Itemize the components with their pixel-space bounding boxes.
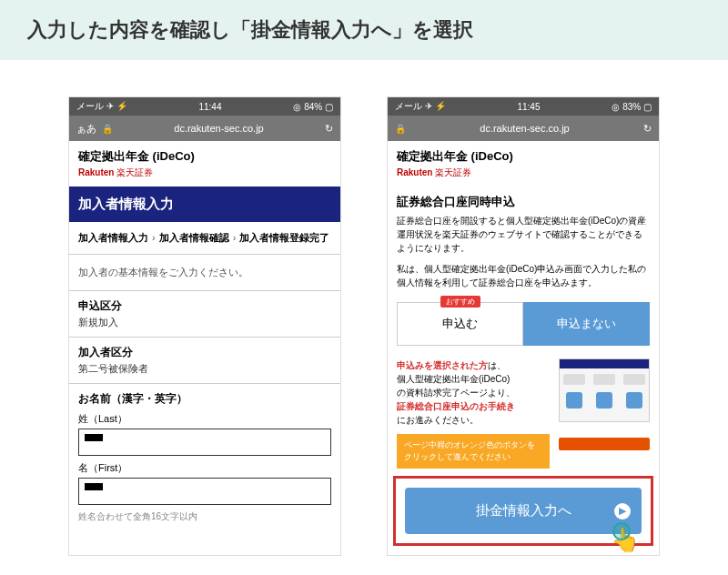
orange-tip: ページ中程のオレンジ色のボタンをクリックして進んでください (397, 434, 550, 469)
breadcrumb-step: 加入者情報登録完了 (239, 232, 329, 243)
choice-row: おすすめ 申込む 申込まない (388, 297, 659, 351)
chevron-right-icon: › (152, 232, 156, 243)
field-application-type: 申込区分 新規加入 (69, 290, 340, 337)
apply-button[interactable]: おすすめ 申込む (397, 302, 523, 346)
mini-orange-button (559, 438, 650, 450)
field-value: 新規加入 (78, 316, 331, 329)
description-text: 私は、個人型確定拠出年金(iDeCo)申込み画面で入力した私の個人情報を利用して… (388, 262, 659, 297)
phones-container: メール ✈ ⚡ 11:44 ◎ 84% ▢ ぁあ 🔒 dc.rakuten-se… (0, 60, 728, 575)
breadcrumb: 加入者情報入力›加入者情報確認›加入者情報登録完了 (69, 222, 340, 255)
first-name-input[interactable] (78, 478, 331, 505)
section-title: 証券総合口座同時申込 (388, 187, 659, 214)
battery-label: ◎ 83% ▢ (612, 102, 652, 112)
recommended-badge: おすすめ (440, 296, 480, 308)
refresh-icon[interactable]: ↻ (325, 123, 333, 135)
info-text: 申込みを選択された方は、 個人型確定拠出年金(iDeCo) の資料請求完了ページ… (397, 358, 551, 427)
page-title: 確定拠出年金 (iDeCo) (78, 148, 331, 165)
process-diagram (559, 358, 650, 422)
field-value: 第二号被保険者 (78, 362, 331, 376)
refresh-icon[interactable]: ↻ (643, 123, 652, 135)
page-title: 確定拠出年金 (iDeCo) (397, 148, 650, 165)
phone-right: メール ✈ ⚡ 11:45 ◎ 83% ▢ 🔒 dc.rakuten-sec.c… (387, 96, 660, 556)
info-row: 申込みを選択された方は、 個人型確定拠出年金(iDeCo) の資料請求完了ページ… (388, 351, 659, 434)
field-label: お名前（漢字・英字） (78, 391, 331, 407)
time-label: 11:44 (198, 102, 221, 112)
lock-icon: 🔒 (102, 124, 113, 134)
carrier-label: メール ✈ ⚡ (76, 100, 127, 113)
first-name-label: 名（First） (78, 461, 331, 475)
skip-button[interactable]: 申込まない (523, 302, 650, 346)
instruction-banner: 入力した内容を確認し「掛金情報入力へ」を選択 (0, 0, 728, 60)
battery-label: ◎ 84% ▢ (293, 102, 333, 112)
carrier-label: メール ✈ ⚡ (395, 100, 446, 113)
redacted-text (85, 483, 103, 490)
brand-logo: Rakuten 楽天証券 (78, 166, 331, 179)
contribution-info-button[interactable]: 掛金情報入力へ ▶ (405, 488, 642, 534)
pointer-hand-icon: 👆 (611, 526, 640, 554)
section-header: 加入者情報入力 (69, 187, 340, 222)
status-bar: メール ✈ ⚡ 11:44 ◎ 84% ▢ (69, 97, 340, 116)
address-bar: 🔒 dc.rakuten-sec.co.jp ↻ (388, 116, 659, 141)
page-header: 確定拠出年金 (iDeCo) Rakuten 楽天証券 (69, 141, 340, 187)
field-member-type: 加入者区分 第二号被保険者 (69, 337, 340, 383)
time-label: 11:45 (517, 102, 540, 112)
field-label: 加入者区分 (78, 345, 331, 360)
cta-highlight-box: 掛金情報入力へ ▶ 👆 (393, 476, 653, 546)
field-label: 申込区分 (78, 298, 331, 314)
redacted-text (85, 434, 103, 441)
arrow-right-icon: ▶ (614, 503, 631, 520)
breadcrumb-step: 加入者情報確認 (159, 232, 229, 243)
url-label: dc.rakuten-sec.co.jp (411, 123, 638, 134)
input-hint: 姓名合わせて全角16文字以内 (78, 510, 331, 523)
breadcrumb-step: 加入者情報入力 (78, 232, 148, 243)
url-label: dc.rakuten-sec.co.jp (118, 123, 319, 134)
name-section: お名前（漢字・英字） 姓（Last） 名（First） 姓名合わせて全角16文字… (69, 383, 340, 530)
text-size-control[interactable]: ぁあ (76, 122, 96, 136)
status-bar: メール ✈ ⚡ 11:45 ◎ 83% ▢ (388, 97, 659, 116)
page-header: 確定拠出年金 (iDeCo) Rakuten 楽天証券 (388, 141, 659, 187)
chevron-right-icon: › (233, 232, 237, 243)
address-bar: ぁあ 🔒 dc.rakuten-sec.co.jp ↻ (69, 116, 340, 141)
last-name-label: 姓（Last） (78, 412, 331, 426)
brand-logo: Rakuten 楽天証券 (397, 166, 650, 179)
description-text: 証券総合口座を開設すると個人型確定拠出年金(iDeCo)の資産運用状況を楽天証券… (388, 214, 659, 262)
lock-icon: 🔒 (395, 124, 406, 134)
instruction-text: 加入者の基本情報をご入力ください。 (69, 255, 340, 290)
phone-left: メール ✈ ⚡ 11:44 ◎ 84% ▢ ぁあ 🔒 dc.rakuten-se… (68, 96, 341, 556)
last-name-input[interactable] (78, 429, 331, 456)
